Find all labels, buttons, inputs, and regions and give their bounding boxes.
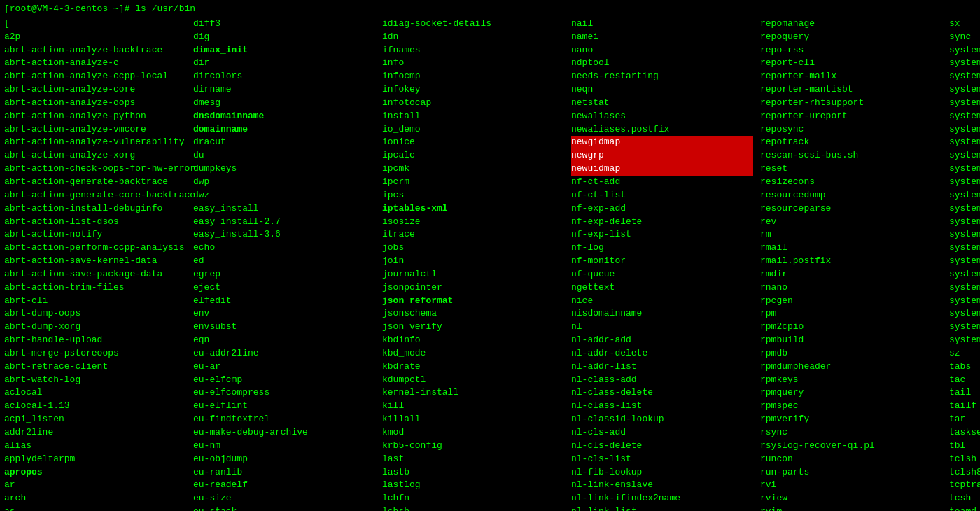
list-item: easy_install [193, 202, 375, 216]
list-item: systemd-coredumpctl [949, 123, 980, 136]
list-item: io_demo [382, 123, 564, 136]
list-item: eu-ranlib [193, 466, 375, 479]
list-item: rpmbuild [760, 334, 942, 347]
list-item: nl-addr-delete [571, 347, 753, 360]
list-item: dumpkeys [193, 162, 375, 176]
list-item: nf-log [571, 241, 753, 255]
list-item: kmod [382, 426, 564, 440]
list-item: systemd-stdio-bridge [949, 295, 980, 308]
list-item: nl-class-list [571, 400, 753, 413]
list-item: json_reformat [382, 295, 564, 308]
list-item: ipcalc [382, 149, 564, 162]
list-item: ipcrm [382, 176, 564, 189]
list-item: tcsh [949, 492, 980, 505]
list-item: rpcgen [760, 295, 942, 308]
list-item: lastb [382, 466, 564, 479]
list-item: dwp [193, 176, 375, 189]
terminal: [root@VM-4-3-centos ~]# ls /usr/bin [a2p… [4, 3, 976, 511]
list-item: abrt-action-generate-backtrace [4, 176, 186, 189]
list-item: repoquery [760, 31, 942, 44]
list-item: nf-queue [571, 268, 753, 281]
list-item: nl-class-add [571, 374, 753, 387]
list-item: kill [382, 400, 564, 413]
list-item: systemd-ask-password [949, 70, 980, 83]
list-item: krb5-config [382, 440, 564, 453]
list-item: tbl [949, 440, 980, 453]
list-item: dircolors [193, 70, 375, 83]
list-item: systemd-cat [949, 83, 980, 97]
list-item: tac [949, 374, 980, 387]
list-item: systemd-hwdb [949, 189, 980, 202]
list-item: teamd [949, 505, 980, 511]
column-4: nailnameinanondptoolneeds-restartingneqn… [571, 18, 760, 511]
list-item: systemd-tty-ask-password-agent [949, 334, 980, 347]
list-item: abrt-action-notify [4, 228, 186, 241]
list-item: runcon [760, 453, 942, 466]
list-item: reporter-rhtsupport [760, 97, 942, 110]
list-item: [ [4, 18, 186, 31]
list-item: tabs [949, 360, 980, 374]
list-item: nl-cls-delete [571, 440, 753, 453]
list-item: kbdinfo [382, 334, 564, 347]
list-item: newgrp [571, 149, 753, 162]
list-item: abrt-cli [4, 295, 186, 308]
list-item: newaliases.postfix [571, 123, 753, 136]
list-item: nf-exp-add [571, 202, 753, 216]
list-item: arch [4, 492, 186, 505]
list-item: journalctl [382, 268, 564, 281]
list-item: json_verify [382, 321, 564, 334]
list-item: eu-size [193, 492, 375, 505]
list-item: abrt-watch-log [4, 374, 186, 387]
list-item: abrt-action-analyze-core [4, 83, 186, 97]
list-item: resizecons [760, 176, 942, 189]
list-item: reporter-mailx [760, 70, 942, 83]
list-item: eu-stack [193, 505, 375, 511]
list-item: infotocap [382, 97, 564, 110]
list-item: easy_install-3.6 [193, 228, 375, 241]
list-item: ngettext [571, 281, 753, 295]
list-item: ed [193, 255, 375, 268]
list-item: idn [382, 31, 564, 44]
list-item: rpm2cpio [760, 321, 942, 334]
list-item: tar [949, 413, 980, 426]
list-item: abrt-retrace-client [4, 360, 186, 374]
list-item: abrt-action-generate-core-backtrace [4, 189, 186, 202]
list-item: kdumpctl [382, 374, 564, 387]
list-item: rpmdumpheader [760, 360, 942, 374]
list-item: netstat [571, 97, 753, 110]
list-item: dimax_init [193, 44, 375, 57]
list-item: eu-findtextrel [193, 413, 375, 426]
list-item: lchsh [382, 505, 564, 511]
list-item: systemd-analyze [949, 57, 980, 70]
list-item: tclsh8.5 [949, 466, 980, 479]
list-item: rpm [760, 307, 942, 321]
list-item: systemd-loginctl [949, 216, 980, 229]
list-item: reporter-mantisbt [760, 83, 942, 97]
list-item: rmail [760, 241, 942, 255]
list-item: ipcs [382, 189, 564, 202]
list-item: systemd-sysv-convert [949, 307, 980, 321]
list-item: systemd-delta [949, 136, 980, 149]
list-item: infokey [382, 83, 564, 97]
list-item: nano [571, 44, 753, 57]
list-item: abrt-dump-xorg [4, 321, 186, 334]
list-item: rpmquery [760, 386, 942, 400]
list-item: nf-monitor [571, 255, 753, 268]
list-item: abrt-action-analyze-python [4, 110, 186, 123]
list-item: jsonpointer [382, 281, 564, 295]
list-item: abrt-action-trim-files [4, 281, 186, 295]
list-item: abrt-action-install-debuginfo [4, 202, 186, 216]
list-item: rpmkeys [760, 374, 942, 387]
list-item: addr2line [4, 426, 186, 440]
list-item: systemctl [949, 44, 980, 57]
list-item: repomanage [760, 18, 942, 31]
list-item: rmail.postfix [760, 255, 942, 268]
list-item: systemd-path [949, 268, 980, 281]
list-item: aclocal-1.13 [4, 400, 186, 413]
list-item: abrt-handle-upload [4, 334, 186, 347]
list-item: rmdir [760, 268, 942, 281]
list-item: systemd-nspawn [949, 255, 980, 268]
list-item: abrt-action-analyze-backtrace [4, 44, 186, 57]
list-item: systemd-escape [949, 162, 980, 176]
list-item: tclsh [949, 453, 980, 466]
